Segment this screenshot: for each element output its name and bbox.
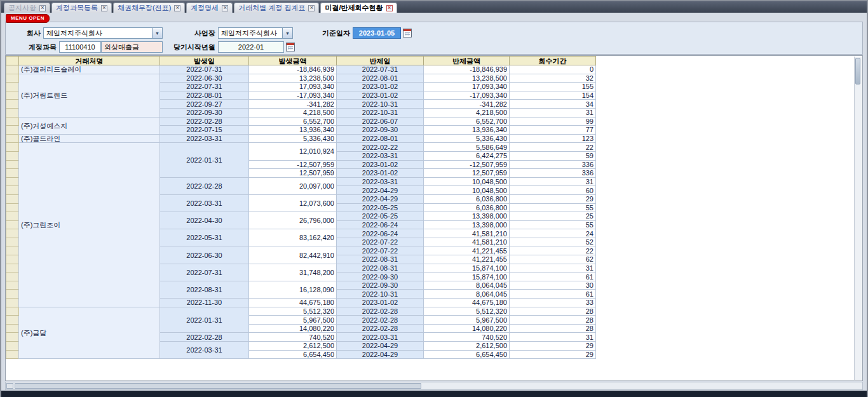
col-header-3[interactable]: 발생금액	[249, 57, 337, 65]
settle-date-cell[interactable]: 2022-10-31	[337, 100, 424, 109]
occur-amount-cell[interactable]: 13,936,340	[249, 126, 337, 135]
settle-date-cell[interactable]: 2022-02-28	[337, 324, 424, 333]
settle-amount-cell[interactable]: 6,036,800	[424, 203, 510, 212]
row-selector[interactable]	[6, 108, 19, 117]
collect-days-cell[interactable]: 29	[510, 342, 596, 351]
settle-date-cell[interactable]: 2023-01-02	[337, 160, 424, 169]
occur-date-cell[interactable]: 2022-11-30	[160, 299, 249, 307]
customer-cell[interactable]: (주)그린조이	[19, 143, 160, 307]
collect-days-cell[interactable]: 60	[510, 186, 596, 195]
tab-3[interactable]: 채권채무장(전표)×	[113, 3, 185, 13]
settle-date-cell[interactable]: 2022-05-25	[337, 212, 424, 221]
settle-amount-cell[interactable]: 2,612,500	[424, 342, 510, 351]
col-header-2[interactable]: 발생일	[160, 57, 249, 65]
workplace-select[interactable]: 제일저지주식회사 ▼	[218, 27, 293, 39]
settle-date-cell[interactable]: 2022-02-28	[337, 316, 424, 325]
occur-amount-cell[interactable]: 6,654,450	[249, 350, 337, 359]
row-selector[interactable]	[6, 186, 19, 195]
collect-days-cell[interactable]: 32	[510, 74, 596, 83]
row-selector[interactable]	[6, 169, 19, 178]
occur-amount-cell[interactable]: 13,238,500	[249, 74, 337, 83]
settle-date-cell[interactable]: 2022-09-30	[337, 126, 424, 135]
settle-date-cell[interactable]: 2022-04-29	[337, 194, 424, 203]
settle-amount-cell[interactable]: 17,093,340	[424, 83, 510, 91]
collect-days-cell[interactable]: 28	[510, 324, 596, 333]
settle-date-cell[interactable]: 2022-03-31	[337, 177, 424, 186]
settle-date-cell[interactable]: 2022-07-22	[337, 246, 424, 255]
settle-amount-cell[interactable]: 10,048,500	[424, 186, 510, 195]
occur-amount-cell[interactable]: 12,073,600	[249, 194, 337, 212]
settle-amount-cell[interactable]: 13,398,000	[424, 212, 510, 221]
collect-days-cell[interactable]: 155	[510, 83, 596, 91]
company-select[interactable]: 제일저지주식회사 ▼	[43, 27, 163, 39]
occur-amount-cell[interactable]: 2,612,500	[249, 342, 337, 351]
row-selector[interactable]	[6, 264, 19, 273]
vertical-scrollbar-thumb[interactable]	[855, 58, 860, 84]
row-selector[interactable]	[6, 65, 19, 74]
settle-amount-cell[interactable]: 15,874,100	[424, 273, 510, 281]
row-selector[interactable]	[6, 350, 19, 359]
row-selector[interactable]	[6, 333, 19, 342]
collect-days-cell[interactable]: 31	[510, 264, 596, 273]
occur-date-cell[interactable]: 2022-07-31	[160, 65, 249, 74]
settle-amount-cell[interactable]: 41,221,455	[424, 255, 510, 264]
occur-date-cell[interactable]: 2022-08-01	[160, 91, 249, 100]
settle-date-cell[interactable]: 2022-06-24	[337, 220, 424, 229]
occur-amount-cell[interactable]: 16,128,090	[249, 281, 337, 298]
row-selector[interactable]	[6, 324, 19, 333]
settle-amount-cell[interactable]: 6,424,275	[424, 151, 510, 160]
customer-cell[interactable]: (주)갤러리드슬레이	[19, 65, 160, 74]
settle-amount-cell[interactable]: 44,675,180	[424, 299, 510, 307]
tab-4[interactable]: 계정명세×	[186, 3, 233, 13]
row-selector[interactable]	[6, 126, 19, 135]
occur-amount-cell[interactable]: 20,097,000	[249, 177, 337, 194]
settle-amount-cell[interactable]: 13,238,500	[424, 74, 510, 83]
tab-close-icon[interactable]: ×	[386, 5, 393, 11]
settle-date-cell[interactable]: 2023-01-02	[337, 91, 424, 100]
occur-amount-cell[interactable]: 12,507,959	[249, 169, 337, 178]
occur-amount-cell[interactable]: 82,442,910	[249, 246, 337, 264]
occur-date-cell[interactable]: 2022-02-28	[160, 333, 249, 342]
settle-amount-cell[interactable]: 13,936,340	[424, 126, 510, 135]
occur-amount-cell[interactable]: -17,093,340	[249, 91, 337, 100]
horizontal-scrollbar[interactable]	[5, 382, 863, 390]
row-selector[interactable]	[6, 246, 19, 255]
settle-date-cell[interactable]: 2022-02-28	[337, 307, 424, 316]
vertical-scrollbar[interactable]	[854, 57, 862, 380]
collect-days-cell[interactable]: 34	[510, 100, 596, 109]
row-selector[interactable]	[6, 290, 19, 299]
row-selector[interactable]	[6, 177, 19, 186]
occur-amount-cell[interactable]: 26,796,000	[249, 212, 337, 229]
collect-days-cell[interactable]: 61	[510, 290, 596, 299]
settle-amount-cell[interactable]: 15,874,100	[424, 264, 510, 273]
settle-amount-cell[interactable]: 8,064,045	[424, 281, 510, 290]
settle-date-cell[interactable]: 2022-04-29	[337, 350, 424, 359]
settle-amount-cell[interactable]: -341,282	[424, 100, 510, 109]
settle-amount-cell[interactable]: 41,581,210	[424, 238, 510, 246]
occur-date-cell[interactable]: 2022-08-31	[160, 281, 249, 298]
occur-date-cell[interactable]: 2022-09-30	[160, 108, 249, 117]
collect-days-cell[interactable]: 62	[510, 255, 596, 264]
calendar-icon[interactable]	[286, 43, 295, 51]
settle-amount-cell[interactable]: 14,080,220	[424, 324, 510, 333]
settle-amount-cell[interactable]: 5,512,320	[424, 307, 510, 316]
customer-cell[interactable]: (주)금담	[19, 307, 160, 359]
occur-amount-cell[interactable]: 6,552,700	[249, 117, 337, 126]
collect-days-cell[interactable]: 61	[510, 273, 596, 281]
occur-date-cell[interactable]: 2022-07-31	[160, 264, 249, 281]
settle-amount-cell[interactable]: 5,336,430	[424, 134, 510, 143]
collect-days-cell[interactable]: 31	[510, 177, 596, 186]
collect-days-cell[interactable]: 55	[510, 203, 596, 212]
settle-date-cell[interactable]: 2023-01-02	[337, 169, 424, 178]
collect-days-cell[interactable]: 24	[510, 229, 596, 238]
occur-date-cell[interactable]: 2022-01-31	[160, 307, 249, 333]
settle-date-cell[interactable]: 2023-01-02	[337, 83, 424, 91]
calendar-icon[interactable]	[403, 29, 412, 37]
settle-amount-cell[interactable]: 41,581,210	[424, 229, 510, 238]
row-selector[interactable]	[6, 281, 19, 290]
occur-amount-cell[interactable]: -341,282	[249, 100, 337, 109]
collect-days-cell[interactable]: 33	[510, 299, 596, 307]
row-selector[interactable]	[6, 100, 19, 109]
collect-days-cell[interactable]: 77	[510, 126, 596, 135]
settle-amount-cell[interactable]: 5,967,500	[424, 316, 510, 325]
